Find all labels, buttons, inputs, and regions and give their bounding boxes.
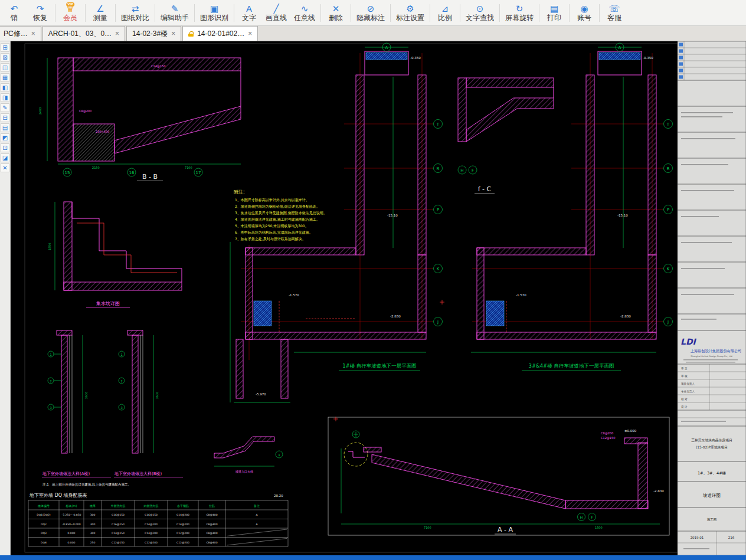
field-label: 专业负责人 [681, 390, 695, 393]
callout-bubble: 1 [278, 453, 280, 457]
side-tool-12-icon[interactable]: ◪ [1, 153, 9, 162]
vip-crown-icon: ♛VIP [66, 4, 74, 14]
table-header: 外侧竖向筋 [111, 504, 126, 508]
axis-bubble: T [436, 122, 440, 127]
delete-icon: ✕ [332, 4, 340, 14]
side-tool-13-icon[interactable]: ✕ [1, 163, 9, 172]
tab-pc-xiu[interactable]: PC修…× [0, 26, 41, 41]
callout-bubble: 2 [120, 379, 122, 383]
table-cell: A [256, 513, 258, 516]
general-notes: 附注: 1、本图尺寸除标高以米计外,其余均以毫米计。 2、坡道两侧挡墙均为钢筋砼… [234, 189, 327, 241]
side-tool-6-icon[interactable]: ◨ [1, 93, 9, 102]
redo-icon: ↷ [37, 4, 44, 14]
toolbar-button-draw-line[interactable]: ╱画直线 [262, 1, 290, 25]
toolbar-button-edit-assistant[interactable]: ✎编辑助手 [157, 1, 192, 25]
toolbar-button-redo[interactable]: ↷恢复 [27, 1, 53, 25]
plan2-title: 3#&4#楼 自行车坡道地下一层平面图 [529, 363, 614, 369]
tab-close-icon[interactable]: × [31, 30, 35, 37]
toolbar-button-delete[interactable]: ✕删除 [323, 1, 349, 25]
side-tool-3-icon[interactable]: ◫ [1, 63, 9, 72]
support-icon: ☏ [609, 4, 620, 14]
callout-bubble: 3 [120, 406, 122, 410]
dim-text: 3600 [84, 392, 88, 399]
side-tool-5-icon[interactable]: ◧ [1, 83, 9, 92]
section-bb-drawing: C8@200 250×600 C14@150 2150 7100 2400 15… [38, 58, 241, 181]
toolbar-button-print[interactable]: ▤打印 [541, 1, 567, 25]
toolbar-label-support: 客服 [607, 14, 621, 22]
toolbar-button-hide-annotation[interactable]: ⊘隐藏标注 [353, 1, 388, 25]
app-window: ↶销 ↷恢复 ♛VIP会员 ∠测量 ⇄图纸对比 ✎编辑助手 ▣图形识别 A文字 … [0, 0, 746, 560]
plan2-drawing: H F f - C -0.350 [458, 43, 673, 371]
toolbar-label-text-search: 文字查找 [466, 14, 494, 22]
tab-14-02-3[interactable]: 14-02-3#楼× [126, 26, 181, 41]
toolbar-separator [539, 4, 539, 22]
table-cell: C14@200 [145, 523, 158, 526]
side-tool-1-icon[interactable]: ⊞ [1, 43, 9, 52]
plan1-title: 1#楼 自行车坡道地下一层平面图 [342, 363, 417, 369]
text-search-icon: ⊙ [476, 4, 484, 14]
side-tool-10-icon[interactable]: ◩ [1, 133, 9, 142]
rebar-note: C8@200 [601, 431, 613, 435]
toolbar-button-annotation-settings[interactable]: ⚙标注设置 [392, 1, 428, 25]
axis-bubble: A [619, 45, 621, 50]
toolbar-label-scale: 比例 [438, 14, 452, 22]
toolbar-button-text[interactable]: A文字 [236, 1, 262, 25]
elevation-text: -0.350 [643, 56, 653, 60]
callout-bubble: 2 [50, 379, 51, 383]
drawing-number: 216 [728, 536, 735, 539]
table-title: 地下室外墙 DQ 墙身配筋表 [29, 493, 87, 498]
side-tool-8-icon[interactable]: ⊟ [1, 113, 9, 122]
tab-arch-01[interactable]: ARCH-01、03、0…× [42, 26, 125, 41]
toolbar-button-free-line[interactable]: ∿任意线 [290, 1, 319, 25]
edit-assistant-icon: ✎ [171, 4, 179, 14]
toolbar-label-undo: 销 [11, 14, 18, 22]
toolbar-button-measure[interactable]: ∠测量 [87, 1, 113, 25]
toolbar-button-undo[interactable]: ↶销 [1, 1, 27, 25]
toolbar-button-text-search[interactable]: ⊙文字查找 [462, 1, 498, 25]
table-cell: C12@200 [176, 532, 189, 535]
note-line: 7、如有矛盾之处,及时与设计联系协商解决。 [235, 237, 306, 241]
tab-14-02-01[interactable]: 14-02-01#02…× [182, 26, 258, 41]
plan1-drawing: -0.350 -15.10 - [230, 43, 443, 402]
toolbar-button-scale[interactable]: ⊿比例 [432, 1, 458, 25]
wall-b-label: 地下室外墙做法大样(B楼) [114, 471, 162, 476]
drawing-date: 2019.01 [691, 536, 704, 539]
measure-icon: ∠ [96, 4, 104, 14]
notes-title: 附注: [234, 189, 245, 195]
toolbar-label-delete: 删除 [329, 14, 343, 22]
side-tool-7-icon[interactable]: ✎ [1, 103, 9, 112]
axis-bubble: F [472, 168, 474, 173]
rebar-note: C8@200 [79, 109, 91, 113]
tab-close-icon[interactable]: × [115, 30, 119, 37]
main-toolbar: ↶销 ↷恢复 ♛VIP会员 ∠测量 ⇄图纸对比 ✎编辑助手 ▣图形识别 A文字 … [0, 0, 746, 26]
table-cell: C14@200 [176, 513, 189, 516]
callout-bubble: 1 [50, 353, 51, 356]
side-tool-9-icon[interactable]: ▤ [1, 123, 9, 132]
toolbar-button-account[interactable]: ◉账号 [571, 1, 597, 25]
toolbar-label-hide-annotation: 隐藏标注 [356, 14, 385, 22]
toolbar-button-vip[interactable]: ♛VIP会员 [57, 1, 83, 25]
project-name-line2: (15-02)P库地块项目 [696, 445, 728, 450]
tab-close-icon[interactable]: × [248, 30, 252, 37]
company-name: 上海联创设计集团股份有限公司 [691, 349, 742, 353]
ramp-entry-label: 坡道入口大样 [235, 470, 253, 474]
toolbar-button-screen-rotate[interactable]: ↻屏幕旋转 [502, 1, 537, 25]
toolbar-separator [55, 4, 55, 22]
table-cell: -7.250~-0.850 [62, 513, 81, 516]
side-tool-4-icon[interactable]: ▦ [1, 73, 9, 82]
drawing-canvas[interactable]: C8@200 250×600 C14@150 2150 7100 2400 15… [11, 41, 746, 555]
table-cell: DQ4 [41, 541, 47, 544]
side-tool-2-icon[interactable]: ⊠ [1, 53, 9, 62]
print-icon: ▤ [550, 4, 558, 14]
table-cell: 0.000 [68, 532, 76, 535]
rebar-note: C12@150 [601, 436, 615, 440]
toolbar-button-support[interactable]: ☏客服 [601, 1, 627, 25]
toolbar-button-compare[interactable]: ⇄图纸对比 [117, 1, 153, 25]
dim-text: 3600 [155, 392, 159, 399]
toolbar-label-edit-assistant: 编辑助手 [161, 14, 189, 22]
side-tool-11-icon[interactable]: ⊡ [1, 143, 9, 152]
toolbar-button-shape-recognition[interactable]: ▣图形识别 [197, 1, 232, 25]
table-cell: C8@400 [206, 523, 217, 526]
tab-close-icon[interactable]: × [171, 30, 175, 37]
section-aa-drawing: C8@200 C12@150 ±0.000 -2.830 7100 1500 H… [328, 417, 669, 535]
